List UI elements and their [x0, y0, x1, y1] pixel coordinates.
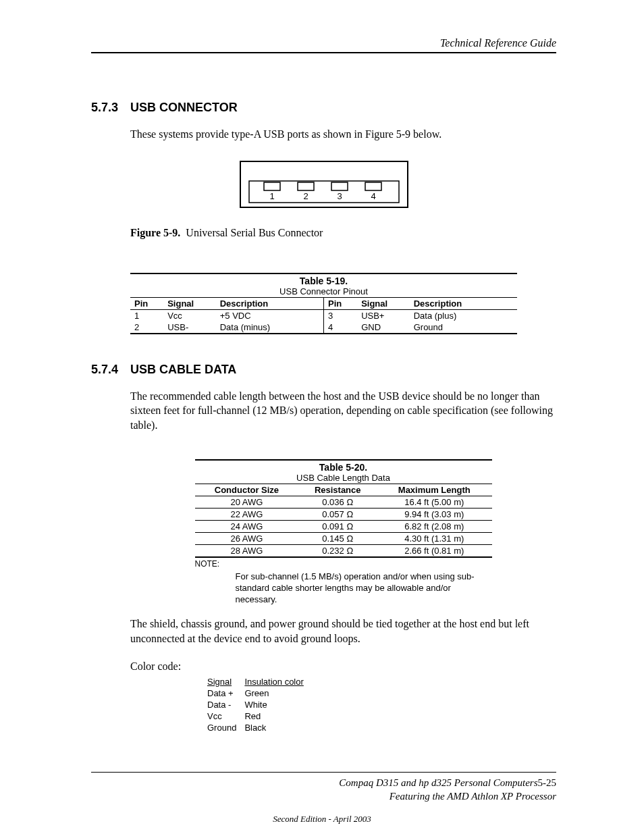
- page-number: 5-25: [538, 777, 557, 788]
- section-heading-574: 5.7.4USB CABLE DATA: [91, 363, 556, 377]
- table-row: GroundBlack: [207, 723, 311, 733]
- th-signal: Signal: [163, 297, 216, 309]
- cc-header-color: Insulation color: [244, 677, 310, 687]
- edition-text: Second Edition - April 2003: [0, 814, 644, 825]
- table-row: 22 AWG0.057 Ω9.94 ft (3.03 m): [195, 509, 492, 521]
- th-description: Description: [216, 297, 324, 309]
- note-text: For sub-channel (1.5 MB/s) operation and…: [236, 571, 492, 606]
- table-row: Data -White: [207, 700, 311, 710]
- page: Technical Reference Guide 5.7.3USB CONNE…: [0, 0, 644, 834]
- table-row: VccRed: [207, 711, 311, 721]
- table-520-title: USB Cable Length Data: [195, 473, 492, 483]
- svg-rect-2: [264, 182, 280, 190]
- svg-text:2: 2: [303, 191, 308, 201]
- figure-caption-text: Universal Serial Bus Connector: [186, 227, 323, 238]
- section-heading-573: 5.7.3USB CONNECTOR: [91, 101, 556, 115]
- page-footer: Compaq D315 and hp d325 Personal Compute…: [91, 772, 556, 803]
- figure-59-caption: Figure 5-9. Universal Serial Bus Connect…: [130, 227, 556, 239]
- note-label: NOTE:: [195, 559, 492, 569]
- svg-rect-0: [240, 161, 408, 207]
- table-519-number: Table 5-19.: [130, 276, 517, 286]
- th-resistance: Resistance: [298, 484, 377, 496]
- th-pin: Pin: [130, 297, 163, 309]
- table-520-number: Table 5-20.: [195, 462, 492, 473]
- th-conductor: Conductor Size: [195, 484, 299, 496]
- th-pin: Pin: [323, 297, 357, 309]
- svg-rect-4: [331, 182, 348, 190]
- svg-text:4: 4: [371, 191, 375, 201]
- section-title: USB CONNECTOR: [130, 101, 238, 114]
- post-table-text: The shield, chassis ground, and power gr…: [130, 617, 556, 646]
- table-row: 24 AWG0.091 Ω6.82 ft (2.08 m): [195, 521, 492, 533]
- svg-rect-5: [365, 182, 381, 190]
- svg-text:1: 1: [269, 191, 274, 201]
- cc-header-signal: Signal: [207, 677, 243, 687]
- th-description: Description: [410, 297, 517, 309]
- color-code-table: SignalInsulation color Data +Green Data …: [206, 675, 312, 734]
- svg-rect-3: [298, 182, 314, 190]
- usb-connector-icon: 1 2 3 4: [240, 161, 408, 208]
- section-number: 5.7.3: [91, 101, 130, 115]
- table-row: 1 Vcc +5 VDC 3 USB+ Data (plus): [130, 309, 517, 321]
- header-rule: [91, 52, 556, 53]
- table-520: Table 5-20. USB Cable Length Data Conduc…: [195, 459, 492, 606]
- running-header: Technical Reference Guide: [91, 37, 556, 49]
- th-signal: Signal: [357, 297, 410, 309]
- table-row: Data +Green: [207, 688, 311, 698]
- figure-label: Figure 5-9.: [130, 227, 180, 238]
- th-maxlen: Maximum Length: [377, 484, 491, 496]
- table-row: 2 USB- Data (minus) 4 GND Ground: [130, 321, 517, 333]
- footer-line1: Compaq D315 and hp d325 Personal Compute…: [339, 777, 537, 788]
- section-574-intro: The recommended cable length between the…: [130, 389, 556, 433]
- table-row: 20 AWG0.036 Ω16.4 ft (5.00 m): [195, 496, 492, 509]
- table-519-title: USB Connector Pinout: [130, 286, 517, 296]
- section-573-intro: These systems provide type-A USB ports a…: [130, 127, 556, 142]
- figure-usb-connector: 1 2 3 4: [91, 161, 556, 211]
- svg-text:3: 3: [337, 191, 342, 201]
- table-row: 26 AWG0.145 Ω4.30 ft (1.31 m): [195, 533, 492, 545]
- footer-line2: Featuring the AMD Athlon XP Processor: [390, 791, 556, 802]
- section-title: USB CABLE DATA: [130, 363, 236, 376]
- table-519: Table 5-19. USB Connector Pinout Pin Sig…: [130, 273, 517, 334]
- section-number: 5.7.4: [91, 363, 130, 377]
- color-code-label: Color code:: [130, 660, 556, 673]
- table-row: 28 AWG0.232 Ω2.66 ft (0.81 m): [195, 545, 492, 558]
